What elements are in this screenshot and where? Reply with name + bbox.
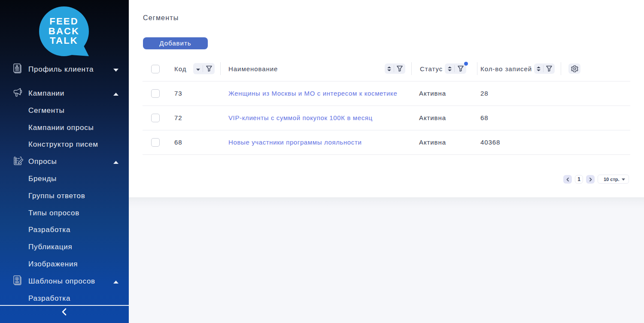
svg-text:TALK: TALK: [50, 35, 78, 46]
svg-text:FEED: FEED: [49, 16, 78, 27]
